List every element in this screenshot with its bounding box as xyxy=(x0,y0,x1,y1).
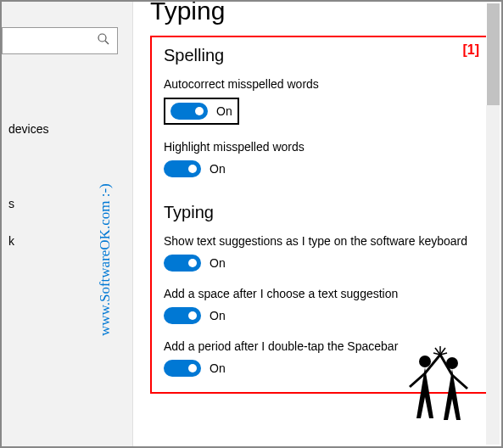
autocorrect-highlight-box: On xyxy=(164,98,239,125)
add-space-setting: Add a space after I choose a text sugges… xyxy=(164,287,476,324)
highlight-misspelled-setting: Highlight misspelled words On xyxy=(164,140,476,177)
text-suggestions-state: On xyxy=(210,256,226,270)
text-suggestions-toggle[interactable] xyxy=(164,255,201,272)
search-input[interactable] xyxy=(2,27,118,54)
add-space-toggle[interactable] xyxy=(164,307,201,324)
svg-line-1 xyxy=(105,41,109,44)
sidebar-item-devices[interactable]: devices xyxy=(2,110,132,148)
text-suggestions-label: Show text suggestions as I type on the s… xyxy=(164,234,476,248)
autocorrect-toggle[interactable] xyxy=(170,103,208,120)
decorative-figures xyxy=(393,338,486,431)
add-period-toggle[interactable] xyxy=(164,360,201,377)
text-suggestions-setting: Show text suggestions as I type on the s… xyxy=(164,234,476,272)
autocorrect-setting: Autocorrect misspelled words On xyxy=(164,77,476,125)
add-period-state: On xyxy=(210,361,226,375)
scrollbar[interactable] xyxy=(486,3,500,445)
sidebar-item-label: k xyxy=(8,234,14,248)
svg-point-0 xyxy=(98,34,106,42)
add-space-state: On xyxy=(210,309,226,322)
typing-heading: Typing xyxy=(164,203,476,222)
sidebar-item-label: s xyxy=(8,197,14,210)
highlight-misspelled-toggle[interactable] xyxy=(164,160,201,177)
search-icon xyxy=(97,32,110,49)
spelling-heading: Spelling xyxy=(164,46,476,65)
annotation-marker: [1] xyxy=(462,42,479,58)
highlight-misspelled-state: On xyxy=(210,162,226,176)
watermark-text: www.SoftwareOK.com :-) xyxy=(97,183,114,336)
add-space-label: Add a space after I choose a text sugges… xyxy=(164,287,476,300)
sidebar-item[interactable] xyxy=(2,148,132,185)
svg-point-2 xyxy=(419,356,431,367)
page-title: Typing xyxy=(150,0,501,25)
autocorrect-state: On xyxy=(216,104,232,118)
highlight-misspelled-label: Highlight misspelled words xyxy=(164,140,476,154)
sidebar-item-label: devices xyxy=(8,122,48,136)
autocorrect-label: Autocorrect misspelled words xyxy=(164,77,476,91)
scrollbar-thumb[interactable] xyxy=(486,3,500,105)
